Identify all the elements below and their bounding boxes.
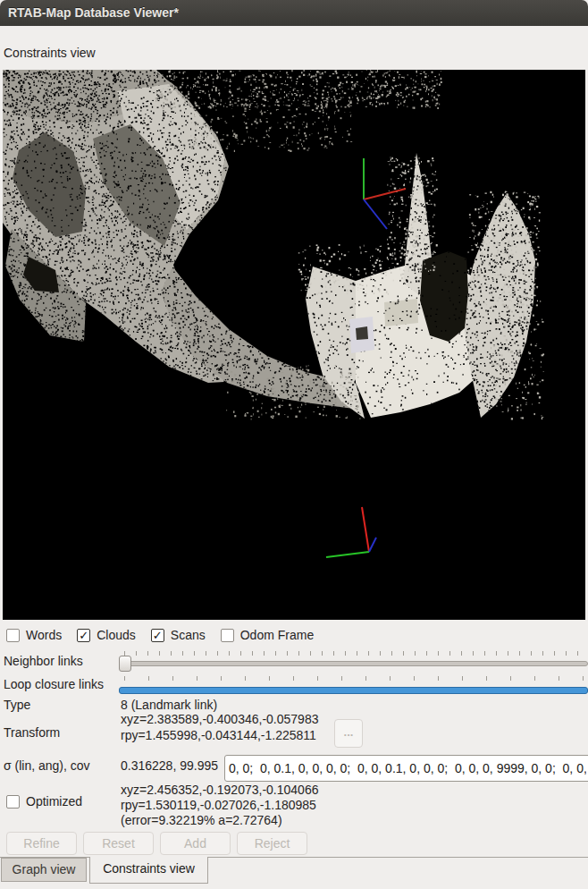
neighbor-links-slider[interactable] (119, 649, 588, 674)
odom-frame-checkbox-label: Odom Frame (240, 628, 314, 642)
window-title: RTAB-Map Database Viewer* (8, 5, 179, 20)
loop-slider-ticks (124, 676, 588, 681)
loop-slider-groove[interactable] (119, 687, 588, 694)
scans-checkbox-box[interactable]: ✓ (151, 629, 164, 642)
rtabmap-database-viewer-window: RTAB-Map Database Viewer* Constraints vi… (0, 0, 588, 889)
tab-constraints-view[interactable]: Constraints view (89, 857, 208, 884)
add-button[interactable]: Add (160, 832, 231, 855)
reject-button[interactable]: Reject (237, 832, 307, 855)
refine-button[interactable]: Refine (6, 832, 77, 855)
window-titlebar[interactable]: RTAB-Map Database Viewer* (0, 0, 588, 26)
constraint-3d-viewport[interactable] (3, 70, 585, 620)
transform-rpy-value: rpy=1.455998,-0.043144,-1.225811 (121, 728, 316, 742)
checkbox-optimized[interactable]: Optimized (6, 794, 82, 809)
neighbor-slider-ticks (124, 651, 588, 656)
checkbox-words[interactable]: Words (6, 628, 62, 642)
words-checkbox-box[interactable] (6, 629, 20, 642)
cloud-display-toggles: Words ✓ Clouds ✓ Scans Odom Frame (6, 626, 329, 644)
reset-button[interactable]: Reset (83, 832, 154, 855)
checkbox-scans[interactable]: ✓ Scans (151, 628, 206, 642)
panel-title: Constraints view (4, 46, 96, 60)
sigma-value: 0.316228, 99.995 (121, 758, 218, 773)
words-checkbox-label: Words (26, 628, 62, 642)
transform-xyz-value: xyz=2.383589,-0.400346,-0.057983 (121, 712, 318, 726)
optimized-xyz-value: xyz=2.456352,-0.192073,-0.104066 (121, 783, 318, 797)
clouds-checkbox-box[interactable]: ✓ (77, 629, 90, 642)
checkbox-odom-frame[interactable]: Odom Frame (221, 628, 314, 642)
covariance-field[interactable] (224, 755, 588, 782)
optimized-error-value: (error=9.32219% a=2.72764) (121, 813, 282, 827)
optimized-checkbox-box[interactable] (6, 795, 20, 809)
checkbox-clouds[interactable]: ✓ Clouds (77, 628, 136, 642)
neighbor-slider-groove[interactable] (119, 661, 588, 666)
type-label: Type (4, 698, 30, 712)
scans-checkbox-label: Scans (171, 628, 206, 642)
sigma-cov-label: σ (lin, ang), cov (4, 758, 90, 773)
transform-label: Transform (4, 725, 60, 740)
tab-graph-view[interactable]: Graph view (1, 858, 87, 882)
odom-frame-checkbox-box[interactable] (221, 629, 234, 642)
clouds-checkbox-label: Clouds (97, 628, 136, 642)
loop-closure-links-slider[interactable] (119, 674, 588, 698)
optimized-checkbox-label: Optimized (26, 794, 82, 809)
loop-closure-links-label: Loop closure links (4, 677, 104, 691)
transform-more-button[interactable]: ... (334, 719, 363, 748)
tabbar-separator (0, 857, 588, 858)
neighbor-slider-handle[interactable] (119, 656, 131, 672)
type-value: 8 (Landmark link) (121, 698, 217, 712)
neighbor-links-label: Neighbor links (4, 654, 83, 668)
optimized-rpy-value: rpy=1.530119,-0.027026,-1.180985 (121, 798, 316, 812)
